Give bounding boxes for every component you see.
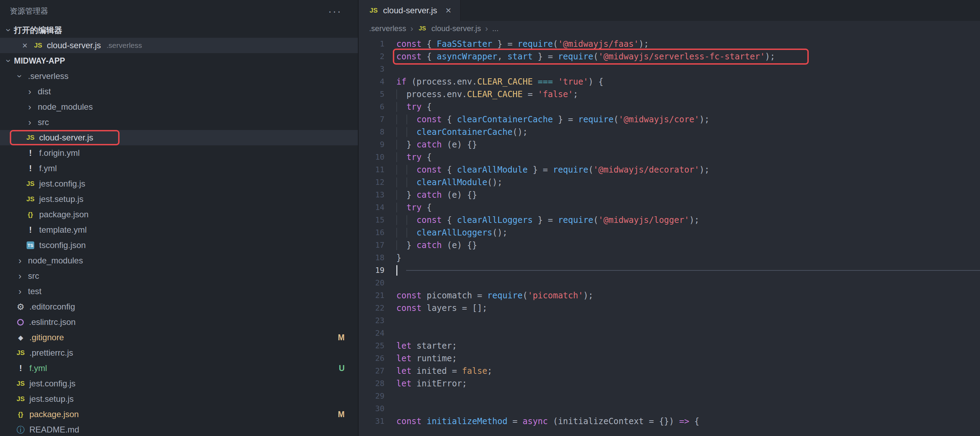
tree-item-package.json[interactable]: {}package.jsonM [0,407,358,422]
line-number[interactable]: 25 [359,339,396,352]
breadcrumb-file[interactable]: cloud-server.js [431,24,481,33]
line-number[interactable]: 2 [359,50,396,63]
code-line[interactable]: 18} [359,252,980,264]
code-line[interactable]: 9 } catch (e) {} [359,138,980,151]
code-line[interactable]: 22const layers = []; [359,302,980,314]
code-line[interactable]: 19 [359,264,980,277]
breadcrumb-folder[interactable]: .serverless [369,24,406,33]
line-number[interactable]: 7 [359,113,396,126]
line-number[interactable]: 12 [359,176,396,189]
tree-item-jest.config.js[interactable]: JSjest.config.js [0,376,358,391]
tab-bar: JS cloud-server.js × [359,0,980,21]
code-line[interactable]: 6 try { [359,101,980,113]
code-line[interactable]: 4if (process.env.CLEAR_CACHE === 'true')… [359,76,980,88]
line-number[interactable]: 27 [359,365,396,377]
line-number[interactable]: 1 [359,38,396,50]
line-number[interactable]: 13 [359,189,396,201]
project-section-header[interactable]: › MIDWAY-APP [0,53,358,68]
tree-item-tsconfig.json[interactable]: TStsconfig.json [0,238,358,253]
code-line[interactable]: 25let starter; [359,339,980,352]
code-line[interactable]: 28let initError; [359,377,980,390]
open-editor-item[interactable]: × JS cloud-server.js .serverless [0,38,358,53]
tree-item-cloud-server.js[interactable]: JScloud-server.js [0,130,358,145]
code-line[interactable]: 21const picomatch = require('picomatch')… [359,289,980,302]
line-number[interactable]: 26 [359,352,396,365]
code-line[interactable]: 23 [359,314,980,327]
line-number[interactable]: 16 [359,227,396,239]
code-line[interactable]: 7 const { clearContainerCache } = requir… [359,113,980,126]
line-number[interactable]: 6 [359,101,396,113]
more-actions-icon[interactable]: ··· [328,5,342,17]
tree-item-.prettierrc.js[interactable]: JS.prettierrc.js [0,345,358,360]
code-line[interactable]: 29 [359,390,980,403]
tree-item-jest.setup.js[interactable]: JSjest.setup.js [0,391,358,407]
code-line[interactable]: 30 [359,403,980,415]
code-line[interactable]: 17 } catch (e) {} [359,239,980,252]
line-content: let inited = false; [396,365,492,377]
tree-item-.editorconfig[interactable]: ⚙.editorconfig [0,299,358,314]
tree-item-test[interactable]: ›test [0,284,358,299]
tree-item-.gitignore[interactable]: ◆.gitignoreM [0,330,358,345]
tree-item-dist[interactable]: ›dist [0,84,358,99]
tree-item-src[interactable]: ›src [0,268,358,284]
file-name: src [28,271,39,281]
code-line[interactable]: 14 try { [359,201,980,214]
tree-item-.eslintrc.json[interactable]: .eslintrc.json [0,314,358,330]
tree-item-node_modules[interactable]: ›node_modules [0,253,358,268]
tree-item-jest.setup.js[interactable]: JSjest.setup.js [0,192,358,207]
code-line[interactable]: 2const { asyncWrapper, start } = require… [359,50,980,63]
line-number[interactable]: 23 [359,314,396,327]
tree-item-src[interactable]: ›src [0,114,358,130]
line-number[interactable]: 30 [359,403,396,415]
code-line[interactable]: 10 try { [359,151,980,163]
line-number[interactable]: 8 [359,126,396,138]
open-editors-header[interactable]: › 打开的编辑器 [0,22,358,38]
tree-item-.serverless[interactable]: ›.serverless [0,68,358,84]
line-number[interactable]: 17 [359,239,396,252]
close-icon[interactable]: × [19,40,30,51]
tree-item-README.md[interactable]: ⓘREADME.md [0,422,358,436]
line-number[interactable]: 22 [359,302,396,314]
line-number[interactable]: 31 [359,415,396,428]
line-number[interactable]: 21 [359,289,396,302]
line-number[interactable]: 29 [359,390,396,403]
code-line[interactable]: 24 [359,327,980,339]
code-line[interactable]: 13 } catch (e) {} [359,189,980,201]
line-number[interactable]: 5 [359,88,396,101]
line-number[interactable]: 4 [359,76,396,88]
breadcrumb-more[interactable]: ... [492,24,498,33]
tree-item-f.yml[interactable]: !f.yml [0,161,358,176]
line-number[interactable]: 20 [359,277,396,289]
code-line[interactable]: 15 const { clearAllLoggers } = require('… [359,214,980,227]
line-number[interactable]: 14 [359,201,396,214]
line-number[interactable]: 3 [359,63,396,76]
tab-cloud-server[interactable]: JS cloud-server.js × [359,0,461,21]
line-number[interactable]: 24 [359,327,396,339]
code-line[interactable]: 16 clearAllLoggers(); [359,227,980,239]
tree-item-node_modules[interactable]: ›node_modules [0,99,358,114]
tree-item-package.json[interactable]: {}package.json [0,207,358,222]
code-line[interactable]: 12 clearAllModule(); [359,176,980,189]
code-line[interactable]: 8 clearContainerCache(); [359,126,980,138]
line-number[interactable]: 9 [359,138,396,151]
tree-item-jest.config.js[interactable]: JSjest.config.js [0,176,358,192]
line-number[interactable]: 11 [359,163,396,176]
code-editor[interactable]: 1const { FaaSStarter } = require('@midwa… [359,36,980,436]
line-number[interactable]: 28 [359,377,396,390]
code-line[interactable]: 3 [359,63,980,76]
close-icon[interactable]: × [445,5,451,16]
code-line[interactable]: 11 const { clearAllModule } = require('@… [359,163,980,176]
code-line[interactable]: 1const { FaaSStarter } = require('@midwa… [359,38,980,50]
line-number[interactable]: 10 [359,151,396,163]
code-line[interactable]: 31const initializeMethod = async (initia… [359,415,980,428]
code-line[interactable]: 27let inited = false; [359,365,980,377]
tree-item-template.yml[interactable]: !template.yml [0,222,358,238]
code-line[interactable]: 5 process.env.CLEAR_CACHE = 'false'; [359,88,980,101]
code-line[interactable]: 26let runtime; [359,352,980,365]
line-number[interactable]: 19 [359,264,396,277]
line-number[interactable]: 15 [359,214,396,227]
code-line[interactable]: 20 [359,277,980,289]
tree-item-f.yml[interactable]: !f.ymlU [0,360,358,376]
line-number[interactable]: 18 [359,252,396,264]
tree-item-f.origin.yml[interactable]: !f.origin.yml [0,145,358,161]
